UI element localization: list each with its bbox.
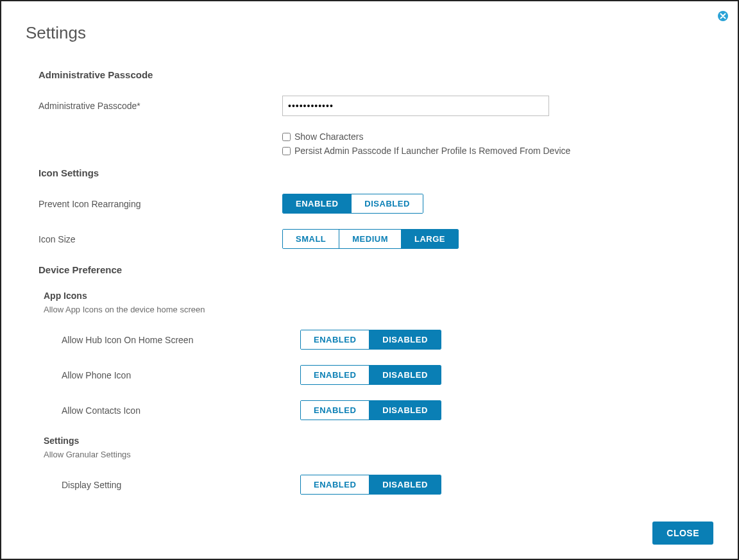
sub-settings: Settings bbox=[44, 436, 713, 446]
section-icon-settings: Icon Settings bbox=[38, 167, 713, 178]
toggle-option-small[interactable]: SMALL bbox=[283, 230, 339, 248]
setting-row-label: Allow Phone Icon bbox=[38, 370, 300, 380]
row-show-characters: Show Characters bbox=[282, 132, 713, 142]
page-title: Settings bbox=[1, 1, 738, 56]
sub-settings-desc: Allow Granular Settings bbox=[44, 450, 713, 459]
admin-passcode-input[interactable] bbox=[282, 96, 549, 116]
toggle-option-disabled[interactable]: DISABLED bbox=[369, 401, 440, 420]
icon-size-label: Icon Size bbox=[38, 234, 282, 244]
section-admin-passcode: Administrative Passcode bbox=[38, 69, 713, 80]
section-device-preference: Device Preference bbox=[38, 264, 713, 275]
settings-rows: Display SettingENABLEDDISABLED bbox=[38, 475, 713, 495]
row-persist-passcode: Persist Admin Passcode If Launcher Profi… bbox=[282, 146, 713, 156]
setting-row-toggle: ENABLEDDISABLED bbox=[300, 365, 441, 385]
close-icon[interactable] bbox=[717, 10, 729, 25]
toggle-option-medium[interactable]: MEDIUM bbox=[339, 230, 401, 248]
setting-row-label: Allow Contacts Icon bbox=[38, 405, 300, 416]
setting-row-toggle: ENABLEDDISABLED bbox=[300, 475, 441, 495]
toggle-option-enabled[interactable]: ENABLED bbox=[301, 366, 369, 384]
show-characters-checkbox[interactable] bbox=[282, 133, 291, 141]
setting-row-toggle: ENABLEDDISABLED bbox=[300, 400, 441, 420]
row-admin-passcode: Administrative Passcode* bbox=[38, 96, 713, 116]
setting-row: Display SettingENABLEDDISABLED bbox=[38, 475, 713, 495]
row-icon-size: Icon Size SMALLMEDIUMLARGE bbox=[38, 229, 713, 249]
setting-row: Allow Contacts IconENABLEDDISABLED bbox=[38, 400, 713, 420]
show-characters-label: Show Characters bbox=[294, 132, 363, 142]
toggle-option-disabled[interactable]: DISABLED bbox=[369, 366, 440, 384]
prevent-rearranging-label: Prevent Icon Rearranging bbox=[38, 199, 282, 209]
toggle-option-disabled[interactable]: DISABLED bbox=[369, 475, 440, 494]
dialog-footer: CLOSE bbox=[1, 507, 738, 559]
toggle-option-disabled[interactable]: DISABLED bbox=[351, 194, 422, 213]
prevent-rearranging-toggle: ENABLEDDISABLED bbox=[282, 194, 423, 214]
toggle-option-enabled[interactable]: ENABLED bbox=[283, 194, 351, 213]
toggle-option-enabled[interactable]: ENABLED bbox=[301, 401, 369, 420]
persist-passcode-label: Persist Admin Passcode If Launcher Profi… bbox=[294, 146, 570, 156]
setting-row-toggle: ENABLEDDISABLED bbox=[300, 330, 441, 350]
toggle-option-enabled[interactable]: ENABLED bbox=[301, 330, 369, 349]
sub-app-icons: App Icons bbox=[44, 291, 713, 301]
persist-passcode-checkbox[interactable] bbox=[282, 147, 291, 155]
setting-row: Allow Hub Icon On Home ScreenENABLEDDISA… bbox=[38, 330, 713, 350]
app-icons-rows: Allow Hub Icon On Home ScreenENABLEDDISA… bbox=[38, 330, 713, 420]
sub-app-icons-desc: Allow App Icons on the device home scree… bbox=[44, 305, 713, 314]
admin-passcode-label: Administrative Passcode* bbox=[38, 101, 282, 111]
toggle-option-large[interactable]: LARGE bbox=[401, 230, 458, 248]
icon-size-toggle: SMALLMEDIUMLARGE bbox=[282, 229, 459, 249]
setting-row-label: Display Setting bbox=[38, 480, 300, 490]
row-prevent-rearranging: Prevent Icon Rearranging ENABLEDDISABLED bbox=[38, 194, 713, 214]
settings-scroll-area[interactable]: Administrative Passcode Administrative P… bbox=[1, 59, 738, 501]
toggle-option-enabled[interactable]: ENABLED bbox=[301, 475, 369, 494]
close-button[interactable]: CLOSE bbox=[652, 522, 713, 545]
setting-row-label: Allow Hub Icon On Home Screen bbox=[38, 335, 300, 345]
toggle-option-disabled[interactable]: DISABLED bbox=[369, 330, 440, 349]
setting-row: Allow Phone IconENABLEDDISABLED bbox=[38, 365, 713, 385]
